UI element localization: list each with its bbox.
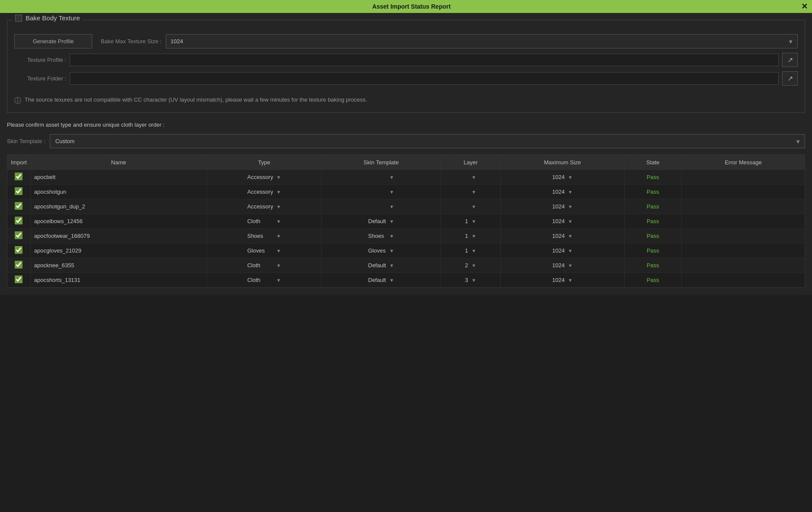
td-error-message-1 bbox=[682, 185, 805, 199]
max-size-select-3[interactable]: 512102420484096 bbox=[552, 218, 573, 224]
td-type-3: AccessoryClothShoesGloves▼ bbox=[206, 214, 322, 229]
td-error-message-5 bbox=[682, 243, 805, 258]
layer-select-5[interactable]: 1234 bbox=[465, 247, 476, 254]
table-row: apocshotgunAccessoryClothShoesGloves▼Def… bbox=[7, 185, 805, 199]
td-error-message-3 bbox=[682, 214, 805, 229]
td-layer-0: 1234▼ bbox=[441, 170, 500, 185]
table-row: apocgloves_21029AccessoryClothShoesGlove… bbox=[7, 243, 805, 258]
texture-folder-browse-button[interactable]: ↗ bbox=[782, 71, 798, 86]
bake-body-texture-section: Bake Body Texture Generate Profile Bake … bbox=[7, 20, 805, 113]
td-state-1: Pass bbox=[624, 185, 681, 199]
generate-profile-button[interactable]: Generate Profile bbox=[14, 34, 92, 48]
skin-template-select-5[interactable]: DefaultShoesGloves bbox=[368, 247, 394, 254]
window-title: Asset Import Status Report bbox=[22, 3, 801, 10]
skin-template-select-wrapper-7: DefaultShoesGloves▼ bbox=[368, 277, 394, 283]
td-layer-4: 1234▼ bbox=[441, 229, 500, 243]
asset-table: Import Name Type Skin Template Layer Max… bbox=[7, 155, 805, 288]
td-import-5 bbox=[7, 243, 30, 258]
skin-template-select-wrapper-3: DefaultShoesGloves▼ bbox=[368, 218, 394, 224]
max-size-select-1[interactable]: 512102420484096 bbox=[552, 189, 573, 195]
type-select-7[interactable]: AccessoryClothShoesGloves bbox=[247, 277, 281, 283]
max-size-select-6[interactable]: 512102420484096 bbox=[552, 262, 573, 269]
type-select-3[interactable]: AccessoryClothShoesGloves bbox=[247, 218, 281, 224]
layer-select-3[interactable]: 1234 bbox=[465, 218, 476, 224]
layer-select-0[interactable]: 1234 bbox=[465, 174, 476, 180]
td-max-size-1: 512102420484096▼ bbox=[500, 185, 624, 199]
row-import-checkbox-0[interactable] bbox=[15, 173, 23, 180]
max-size-select-2[interactable]: 512102420484096 bbox=[552, 203, 573, 210]
layer-select-1[interactable]: 1234 bbox=[465, 189, 476, 195]
skin-template-select-wrapper-2: DefaultShoesGloves▼ bbox=[368, 203, 394, 210]
col-error-message: Error Message bbox=[682, 155, 805, 170]
row-import-checkbox-6[interactable] bbox=[15, 261, 23, 269]
td-error-message-2 bbox=[682, 199, 805, 214]
skin-template-select-wrapper: Custom Default Shoes Gloves ▼ bbox=[50, 134, 805, 148]
td-import-1 bbox=[7, 185, 30, 199]
close-button[interactable]: ✕ bbox=[801, 2, 808, 11]
skin-template-select-1[interactable]: DefaultShoesGloves bbox=[368, 189, 394, 195]
max-size-select-wrapper-4: 512102420484096▼ bbox=[552, 233, 573, 239]
td-max-size-2: 512102420484096▼ bbox=[500, 199, 624, 214]
texture-profile-input[interactable] bbox=[70, 54, 779, 66]
td-type-2: AccessoryClothShoesGloves▼ bbox=[206, 199, 322, 214]
td-layer-1: 1234▼ bbox=[441, 185, 500, 199]
max-size-select-wrapper-6: 512102420484096▼ bbox=[552, 262, 573, 269]
type-select-0[interactable]: AccessoryClothShoesGloves bbox=[247, 174, 281, 180]
max-size-select-7[interactable]: 512102420484096 bbox=[552, 277, 573, 283]
type-select-wrapper-3: AccessoryClothShoesGloves▼ bbox=[247, 218, 281, 224]
layer-select-6[interactable]: 1234 bbox=[465, 262, 476, 269]
td-error-message-0 bbox=[682, 170, 805, 185]
max-size-select-0[interactable]: 512102420484096 bbox=[552, 174, 573, 180]
skin-template-select-wrapper-1: DefaultShoesGloves▼ bbox=[368, 189, 394, 195]
row-import-checkbox-7[interactable] bbox=[15, 275, 23, 283]
row-import-checkbox-5[interactable] bbox=[15, 246, 23, 254]
texture-folder-input[interactable] bbox=[70, 72, 779, 85]
td-layer-5: 1234▼ bbox=[441, 243, 500, 258]
skin-template-select-wrapper-4: DefaultShoesGloves▼ bbox=[368, 233, 394, 239]
layer-select-7[interactable]: 1234 bbox=[465, 277, 476, 283]
layer-select-wrapper-0: 1234▼ bbox=[465, 174, 476, 180]
bake-max-texture-size-select[interactable]: 512 1024 2048 4096 bbox=[166, 34, 798, 48]
td-max-size-3: 512102420484096▼ bbox=[500, 214, 624, 229]
skin-template-select-6[interactable]: DefaultShoesGloves bbox=[368, 262, 394, 269]
max-size-select-wrapper-2: 512102420484096▼ bbox=[552, 203, 573, 210]
bake-body-texture-checkbox[interactable] bbox=[15, 15, 22, 22]
type-select-6[interactable]: AccessoryClothShoesGloves bbox=[247, 262, 281, 269]
layer-select-wrapper-1: 1234▼ bbox=[465, 189, 476, 195]
state-badge-7: Pass bbox=[647, 277, 659, 283]
texture-profile-browse-button[interactable]: ↗ bbox=[782, 53, 798, 67]
title-bar: Asset Import Status Report ✕ bbox=[0, 0, 812, 13]
col-type: Type bbox=[206, 155, 322, 170]
skin-template-select-wrapper-0: DefaultShoesGloves▼ bbox=[368, 174, 394, 180]
row-import-checkbox-4[interactable] bbox=[15, 231, 23, 239]
skin-template-select[interactable]: Custom Default Shoes Gloves bbox=[50, 134, 805, 148]
td-name-7: apocshorts_13131 bbox=[30, 273, 206, 288]
row-import-checkbox-1[interactable] bbox=[15, 187, 23, 195]
state-badge-6: Pass bbox=[647, 262, 659, 269]
skin-template-row: Skin Template : Custom Default Shoes Glo… bbox=[7, 134, 805, 148]
max-size-select-wrapper-3: 512102420484096▼ bbox=[552, 218, 573, 224]
row-import-checkbox-3[interactable] bbox=[15, 217, 23, 224]
type-select-5[interactable]: AccessoryClothShoesGloves bbox=[247, 247, 281, 254]
layer-select-wrapper-2: 1234▼ bbox=[465, 203, 476, 210]
layer-select-4[interactable]: 1234 bbox=[465, 233, 476, 239]
row-import-checkbox-2[interactable] bbox=[15, 202, 23, 210]
layer-select-2[interactable]: 1234 bbox=[465, 203, 476, 210]
skin-template-select-4[interactable]: DefaultShoesGloves bbox=[368, 233, 394, 239]
skin-template-select-2[interactable]: DefaultShoesGloves bbox=[368, 203, 394, 210]
type-select-wrapper-7: AccessoryClothShoesGloves▼ bbox=[247, 277, 281, 283]
type-select-wrapper-6: AccessoryClothShoesGloves▼ bbox=[247, 262, 281, 269]
skin-template-select-3[interactable]: DefaultShoesGloves bbox=[368, 218, 394, 224]
td-name-0: apocbelt bbox=[30, 170, 206, 185]
max-size-select-4[interactable]: 512102420484096 bbox=[552, 233, 573, 239]
type-select-4[interactable]: AccessoryClothShoesGloves bbox=[247, 233, 281, 239]
td-state-3: Pass bbox=[624, 214, 681, 229]
skin-template-select-0[interactable]: DefaultShoesGloves bbox=[368, 174, 394, 180]
type-select-2[interactable]: AccessoryClothShoesGloves bbox=[247, 203, 281, 210]
td-state-6: Pass bbox=[624, 258, 681, 273]
skin-template-select-7[interactable]: DefaultShoesGloves bbox=[368, 277, 394, 283]
max-size-select-5[interactable]: 512102420484096 bbox=[552, 247, 573, 254]
bake-section-legend: Bake Body Texture bbox=[13, 14, 83, 22]
type-select-1[interactable]: AccessoryClothShoesGloves bbox=[247, 189, 281, 195]
table-header-row: Import Name Type Skin Template Layer Max… bbox=[7, 155, 805, 170]
